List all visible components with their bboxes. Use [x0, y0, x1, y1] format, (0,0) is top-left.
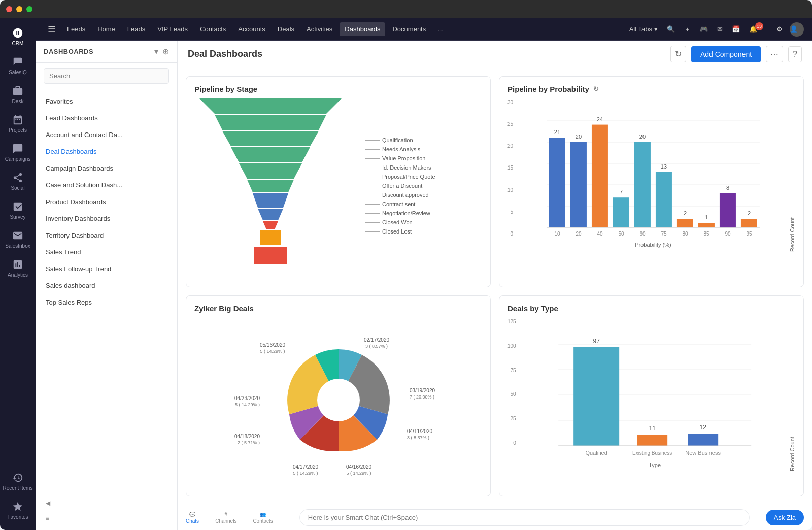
chevron-down-icon: ▾	[654, 25, 658, 33]
sidebar-label-social: Social	[11, 185, 24, 191]
nav-list-item-campaign[interactable]: Campaign Dashboards	[36, 160, 177, 177]
nav-contacts[interactable]: Contacts	[195, 22, 231, 36]
nav-vipleads[interactable]: VIP Leads	[152, 22, 193, 36]
tab-chats[interactable]: 💬 Chats	[186, 512, 199, 524]
pie-svg: 02/17/2020 3 ( 8.57% ) 03/19/2020 7 ( 20…	[227, 321, 450, 479]
sublabel-04-16: 5 ( 14.29% )	[346, 471, 371, 476]
chat-icon: 💬	[189, 512, 195, 517]
funnel-label-needs: Needs Analysis	[365, 145, 435, 153]
add-dashboard-icon[interactable]: ⊕	[162, 47, 169, 56]
sidebar-item-projects[interactable]: Projects	[0, 109, 36, 138]
smart-chat-input[interactable]	[299, 509, 750, 526]
add-component-button[interactable]: Add Component	[691, 46, 761, 62]
notification-button[interactable]: 🔔 13	[747, 23, 769, 36]
refresh-icon[interactable]: ↻	[593, 85, 599, 93]
sidebar-item-favorites[interactable]: Favorites	[1, 496, 36, 525]
sidebar-item-salesiq[interactable]: SalesIQ	[0, 51, 36, 80]
sidebar-label-crm: CRM	[12, 41, 24, 46]
sidebar-label-salesinbox: SalesInbox	[5, 243, 30, 249]
nav-leads[interactable]: Leads	[122, 22, 150, 36]
search-button[interactable]: 🔍	[665, 23, 677, 35]
minimize-dot[interactable]	[16, 6, 22, 12]
tab-contacts-label: Contacts	[253, 518, 273, 524]
label-03-19: 03/19/2020	[410, 388, 435, 393]
list-icon: ≡	[46, 515, 49, 522]
chevron-down-icon[interactable]: ▾	[154, 47, 158, 56]
sublabel-04-23: 5 ( 14.29% )	[234, 402, 259, 407]
mail-icon[interactable]: ✉	[715, 23, 725, 35]
nav-activities[interactable]: Activities	[301, 22, 337, 36]
nav-list-item-top-sales[interactable]: Top Sales Reps	[36, 294, 177, 311]
pie-chart-container: 02/17/2020 3 ( 8.57% ) 03/19/2020 7 ( 20…	[194, 319, 482, 481]
y-tick-25: 25	[507, 121, 513, 127]
sidebar-item-crm[interactable]: CRM	[0, 22, 36, 51]
maximize-dot[interactable]	[26, 6, 32, 12]
bar-50	[613, 197, 629, 227]
bar-qualified	[573, 347, 619, 446]
search-input[interactable]	[44, 68, 169, 84]
pie-center	[317, 379, 360, 421]
all-tabs-button[interactable]: All Tabs ▾	[627, 23, 660, 35]
sidebar-label-campaigns: Campaigns	[5, 156, 31, 162]
deals-type-title: Deals by Type	[507, 304, 795, 313]
nav-list-item-account-contact[interactable]: Account and Contact Da...	[36, 126, 177, 143]
sidebar-item-salesinbox[interactable]: SalesInbox	[0, 225, 36, 254]
nav-deals[interactable]: Deals	[273, 22, 299, 36]
sidebar-item-analytics[interactable]: Analytics	[0, 254, 36, 283]
gamepad-icon[interactable]: 🎮	[698, 23, 710, 35]
svg-text:21: 21	[554, 129, 560, 135]
nav-dashboards[interactable]: Dashboards	[340, 22, 385, 36]
bottom-bar: 💬 Chats # Channels 👥 Contacts	[178, 505, 812, 530]
tab-channels[interactable]: # Channels	[215, 512, 236, 524]
help-button[interactable]: ?	[788, 46, 802, 62]
calendar-icon[interactable]: 📅	[730, 23, 742, 35]
nav-list-item-sales-trend[interactable]: Sales Trend	[36, 244, 177, 260]
nav-list-item-deal[interactable]: Deal Dashboards	[36, 143, 177, 160]
sidebar-label-analytics: Analytics	[8, 272, 28, 278]
user-avatar[interactable]: 👤	[790, 22, 804, 37]
sidebar-item-campaigns[interactable]: Campaigns	[0, 138, 36, 167]
svg-text:90: 90	[725, 231, 731, 237]
nav-list-item-territory[interactable]: Territory Dashboard	[36, 227, 177, 244]
more-options-button[interactable]: ⋯	[766, 46, 783, 62]
dashboard-header: Deal Dashboards ↻ Add Component ⋯ ?	[178, 41, 812, 68]
app-window: CRM SalesIQ Desk Projects Campaigns Soci…	[0, 0, 812, 530]
sidebar-label-recent: Recent Items	[3, 485, 33, 491]
bar-60	[634, 142, 651, 227]
sidebar-item-desk[interactable]: Desk	[0, 80, 36, 109]
nav-list-item-product[interactable]: Product Dashboards	[36, 193, 177, 210]
svg-text:New Business: New Business	[685, 450, 721, 456]
nav-home[interactable]: Home	[92, 22, 120, 36]
nav-list-item-favorites[interactable]: Favorites	[36, 93, 177, 110]
sidebar-item-social[interactable]: Social	[0, 167, 36, 196]
y-100: 100	[507, 343, 516, 349]
sidebar-item-recent[interactable]: Recent Items	[1, 467, 36, 496]
nav-feeds[interactable]: Feeds	[62, 22, 90, 36]
sidebar-item-survey[interactable]: Survey	[0, 196, 36, 225]
list-view-toggle[interactable]: ≡	[36, 511, 177, 526]
nav-documents[interactable]: Documents	[387, 22, 431, 36]
menu-toggle-button[interactable]: ☰	[44, 21, 60, 38]
nav-list-item-sales-followup[interactable]: Sales Follow-up Trend	[36, 260, 177, 277]
svg-text:85: 85	[704, 231, 710, 237]
svg-text:20: 20	[639, 134, 646, 140]
close-dot[interactable]	[6, 6, 12, 12]
sidebar-label-survey: Survey	[10, 214, 25, 220]
nav-list-item-inventory[interactable]: Inventory Dashboards	[36, 210, 177, 227]
nav-list-item-case[interactable]: Case and Solution Dash...	[36, 177, 177, 193]
settings-button[interactable]: ⚙	[774, 23, 785, 35]
tab-contacts[interactable]: 👥 Contacts	[253, 512, 273, 524]
nav-list-item-lead[interactable]: Lead Dashboards	[36, 110, 177, 126]
nav-more[interactable]: ...	[433, 22, 449, 36]
y-125: 125	[507, 319, 516, 324]
nav-list-item-sales-dashboard[interactable]: Sales dashboard	[36, 277, 177, 294]
dashboard-actions: ↻ Add Component ⋯ ?	[670, 46, 802, 62]
ask-zia-button[interactable]: Ask Zia	[766, 510, 804, 525]
add-button[interactable]: ＋	[682, 23, 693, 36]
nav-accounts[interactable]: Accounts	[233, 22, 270, 36]
zylker-title-text: Zylker Big Deals	[194, 304, 254, 313]
sidebar-label-salesiq: SalesIQ	[9, 70, 27, 75]
tab-channels-label: Channels	[215, 518, 236, 524]
collapse-button[interactable]: ◀	[36, 495, 177, 511]
refresh-button[interactable]: ↻	[670, 46, 686, 62]
